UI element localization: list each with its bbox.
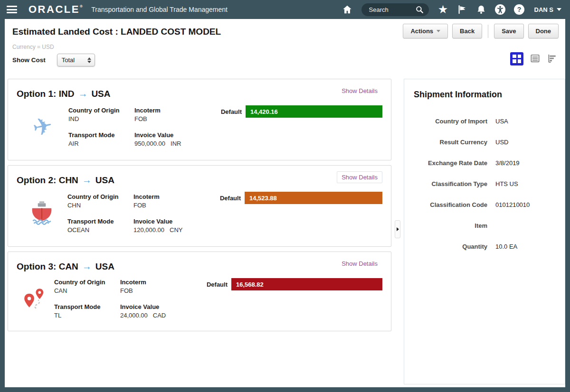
toolbar-buttons: Actions Back Save Done (403, 24, 559, 38)
cost-value: 14,420.16 (250, 108, 278, 115)
info-label: Item (414, 222, 487, 229)
field-label: Invoice Value (134, 131, 221, 139)
default-label: Default (221, 108, 242, 115)
field-label: Incoterm (120, 279, 207, 286)
info-value (495, 222, 555, 229)
info-value: 3/8/2019 (495, 159, 555, 167)
option-card-3: Option 3: CAN → USA Show Details (8, 252, 391, 331)
caret-down-icon (437, 30, 440, 32)
button-separator (488, 25, 488, 38)
invoice-value: 120,000.00CNY (133, 226, 220, 233)
invoice-currency: INR (171, 140, 181, 147)
arrow-right-icon: → (82, 175, 92, 185)
info-label: Classification Code (414, 201, 487, 208)
actions-button[interactable]: Actions (403, 24, 448, 38)
incoterm-value: FOB (134, 115, 221, 122)
page-title: Estimated Landed Cost : LANDED COST MODE… (12, 27, 221, 37)
map-pins-icon (21, 285, 49, 312)
info-label: Classification Type (414, 180, 487, 187)
show-details-link[interactable]: Show Details (337, 171, 382, 183)
info-label: Result Currency (414, 139, 487, 146)
info-value: USD (495, 139, 555, 146)
info-label: Country of Import (414, 118, 487, 125)
option-1-title: Option 1: IND → USA (17, 89, 111, 99)
ship-icon (28, 199, 56, 227)
default-label: Default (207, 281, 228, 288)
stepper-arrows-icon (87, 57, 91, 63)
registered-mark: ® (80, 4, 84, 9)
info-value: 10.0 EA (495, 243, 555, 250)
info-label: Exchange Rate Date (414, 159, 487, 167)
country-of-origin-value: CAN (54, 287, 120, 294)
search-icon[interactable] (415, 5, 424, 14)
shipment-info-title: Shipment Information (414, 90, 555, 100)
back-button[interactable]: Back (452, 24, 482, 38)
field-label: Incoterm (133, 193, 220, 200)
help-icon[interactable]: ? (510, 4, 529, 15)
show-cost-value: Total (62, 56, 75, 64)
field-label: Incoterm (134, 107, 221, 114)
user-name: DAN S (534, 6, 553, 13)
app-title: Transportation and Global Trade Manageme… (91, 6, 228, 13)
field-label: Country of Origin (54, 279, 120, 286)
shipment-info-panel: Shipment Information Country of ImportUS… (404, 79, 565, 384)
transport-mode-value: TL (54, 312, 120, 319)
save-button[interactable]: Save (494, 24, 523, 38)
search-input[interactable] (368, 6, 411, 14)
panel-collapse-handle[interactable] (395, 220, 400, 238)
chart-view-toggle[interactable] (547, 53, 558, 64)
menu-icon[interactable] (7, 6, 17, 13)
done-button[interactable]: Done (528, 24, 559, 38)
field-label: Country of Origin (67, 193, 133, 200)
app-header: ORACLE® Transportation and Global Trade … (0, 0, 570, 19)
svg-text:?: ? (517, 6, 521, 13)
view-toggles (510, 52, 558, 65)
search-bar[interactable] (361, 3, 429, 16)
oracle-logo: ORACLE® (28, 3, 84, 16)
caret-down-icon (557, 8, 561, 11)
invoice-value: 24,000.00CAD (120, 312, 207, 319)
panel-gap (391, 79, 404, 384)
airplane-icon: ✈ (30, 113, 55, 140)
invoice-currency: CNY (170, 226, 182, 233)
cost-bar: 14,523.88 (245, 192, 382, 204)
cost-bar: 14,420.16 (246, 105, 382, 118)
incoterm-value: FOB (120, 287, 207, 294)
show-details-link[interactable]: Show Details (337, 258, 382, 270)
info-value: USA (495, 118, 555, 125)
field-label: Transport Mode (68, 131, 134, 139)
arrow-right-icon: → (78, 89, 87, 98)
show-details-link[interactable]: Show Details (337, 85, 382, 97)
content-area: Estimated Landed Cost : LANDED COST MODE… (5, 19, 565, 387)
list-view-toggle[interactable] (530, 53, 541, 64)
info-value: HTS US (495, 180, 555, 187)
cost-value: 16,568.82 (236, 281, 264, 288)
flag-icon[interactable] (453, 4, 472, 15)
option-card-2: Option 2: CHN → USA Show Details (8, 165, 391, 247)
country-of-origin-value: CHN (67, 202, 133, 209)
country-of-origin-value: IND (68, 115, 134, 122)
field-label: Transport Mode (67, 218, 133, 225)
currency-note: Currency = USD (12, 44, 565, 50)
cost-value: 14,523.88 (249, 195, 277, 202)
field-label: Invoice Value (133, 218, 220, 225)
grid-view-toggle[interactable] (510, 52, 523, 65)
favorites-star-icon[interactable]: ★ (434, 4, 453, 15)
accessibility-icon[interactable] (491, 4, 510, 15)
show-cost-label: Show Cost (12, 56, 46, 64)
invoice-value: 950,000.00INR (134, 140, 221, 147)
info-value: 0101210010 (495, 201, 555, 208)
user-menu[interactable]: DAN S (534, 6, 561, 13)
show-cost-select[interactable]: Total (57, 54, 95, 66)
option-card-1: Option 1: IND → USA Show Details ✈ Count… (8, 79, 391, 160)
option-3-title: Option 3: CAN → USA (17, 261, 114, 272)
field-label: Invoice Value (120, 303, 207, 310)
field-label: Transport Mode (54, 303, 120, 310)
option-2-title: Option 2: CHN → USA (17, 175, 114, 186)
home-icon[interactable] (338, 4, 357, 15)
info-label: Quantity (414, 243, 487, 250)
field-label: Country of Origin (68, 107, 134, 114)
default-label: Default (220, 195, 241, 202)
options-list: Option 1: IND → USA Show Details ✈ Count… (8, 79, 391, 331)
notifications-bell-icon[interactable] (472, 4, 491, 15)
